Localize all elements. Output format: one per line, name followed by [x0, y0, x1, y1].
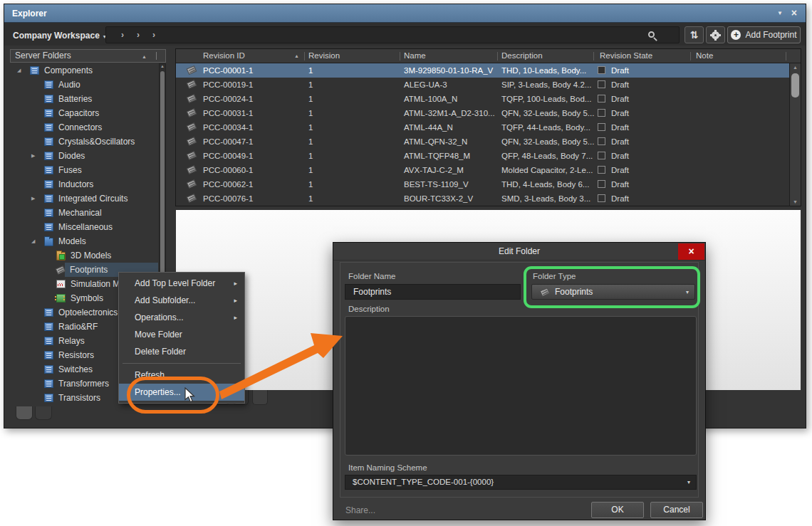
- expander-icon[interactable]: ◢: [17, 68, 27, 73]
- folder-icon: [44, 379, 53, 388]
- table-row[interactable]: PCC-00019-1 1 ALEG-UA-3 SIP, 3-Leads, Bo…: [176, 78, 789, 92]
- table-row[interactable]: PCC-00001-1 1 3M-929850-01-10-RA_V THD, …: [176, 63, 789, 78]
- col-revision-state[interactable]: Revision State: [600, 51, 652, 60]
- table-row[interactable]: PCC-00034-1 1 ATML-44A_N TQFP, 44-Leads,…: [176, 120, 789, 135]
- cancel-button[interactable]: Cancel: [650, 502, 703, 518]
- panel-tab[interactable]: [35, 406, 52, 420]
- table-header[interactable]: Revision ID ▲ Revision Name Description …: [176, 49, 801, 63]
- breadcrumb-item[interactable]: [115, 30, 130, 40]
- tree-item[interactable]: Fuses: [7, 163, 158, 177]
- breadcrumb[interactable]: [105, 26, 680, 43]
- dialog-title: Edit Folder: [333, 243, 705, 261]
- context-menu-item[interactable]: Properties...: [119, 384, 244, 401]
- table-row[interactable]: PCC-00060-1 1 AVX-TAJ-C-2_M Molded Capac…: [176, 163, 789, 177]
- table-row[interactable]: PCC-00031-1 1 ATML-32M1-A_D2-310... QFN,…: [176, 106, 789, 120]
- context-menu-item[interactable]: Delete Folder: [119, 343, 244, 360]
- footprint-icon: [187, 137, 197, 146]
- refresh-sync-button[interactable]: ⇅: [685, 26, 704, 43]
- cell-description: QFN, 32-Leads, Body 5...: [501, 135, 594, 149]
- table-row[interactable]: PCC-00047-1 1 ATML-QFN-32_N QFN, 32-Lead…: [176, 135, 789, 149]
- context-menu-item[interactable]: Refresh: [119, 367, 244, 384]
- add-footprint-button[interactable]: + Add Footprint: [727, 26, 801, 43]
- detail-tab[interactable]: [252, 390, 268, 405]
- folder-icon: [44, 223, 53, 231]
- tree-item[interactable]: Capacitors: [7, 106, 158, 120]
- cell-name: AVX-TAJ-C-2_M: [404, 163, 464, 177]
- context-menu-item[interactable]: Add Top Level Folder ▸: [119, 275, 244, 292]
- table-row[interactable]: PCC-00049-1 1 ATML-TQFP48_M QFP, 48-Lead…: [176, 149, 789, 163]
- state-checkbox[interactable]: [598, 166, 605, 174]
- tree-item-label: Resistors: [58, 350, 94, 360]
- folder-icon: [44, 109, 53, 117]
- col-revision[interactable]: Revision: [308, 51, 340, 60]
- state-checkbox[interactable]: [598, 109, 605, 117]
- settings-button[interactable]: [706, 26, 725, 43]
- tree-item[interactable]: ◢ Components: [7, 63, 158, 78]
- tree-item[interactable]: Connectors: [7, 120, 158, 135]
- scroll-down-icon[interactable]: ▼: [793, 199, 798, 204]
- expander-icon[interactable]: ▶: [31, 153, 41, 159]
- tree-item[interactable]: Miscellaneous: [7, 220, 158, 234]
- naming-scheme-combo[interactable]: $CONTENT_TYPE_CODE-001-{0000} ▾: [345, 475, 697, 490]
- scroll-up-icon[interactable]: ▲: [160, 64, 165, 68]
- context-menu-item[interactable]: [119, 360, 244, 367]
- panel-menu-caret-icon[interactable]: ▼: [777, 4, 783, 23]
- description-textarea[interactable]: [345, 316, 697, 456]
- state-checkbox[interactable]: [598, 80, 605, 88]
- col-note[interactable]: Note: [696, 51, 713, 60]
- folder-type-label: Folder Type: [533, 272, 576, 280]
- scroll-up-icon[interactable]: ▲: [793, 65, 798, 70]
- expander-icon[interactable]: ◢: [31, 238, 41, 244]
- cell-name: BOUR-TC33X-2_V: [404, 191, 473, 206]
- workspace-selector[interactable]: Company Workspace▾: [13, 28, 106, 43]
- breadcrumb-item[interactable]: [146, 30, 162, 40]
- panel-close-icon[interactable]: ×: [791, 4, 797, 22]
- context-menu-item[interactable]: Operations... ▸: [119, 309, 244, 326]
- expander-icon[interactable]: ▶: [31, 196, 41, 201]
- col-name[interactable]: Name: [404, 51, 426, 60]
- state-checkbox[interactable]: [598, 66, 605, 74]
- cell-revision: 1: [308, 163, 313, 177]
- cell-description: SIP, 3-Leads, Body 4.2...: [501, 78, 591, 92]
- cell-revision-id: PCC-00049-1: [203, 149, 253, 163]
- context-menu-item[interactable]: Move Folder: [119, 326, 244, 343]
- tree-item[interactable]: Inductors: [7, 177, 158, 191]
- folder-name-input[interactable]: [345, 284, 521, 300]
- tree-item[interactable]: Batteries: [7, 92, 158, 106]
- tree-item-label: Transistors: [58, 393, 100, 403]
- breadcrumb-item[interactable]: [130, 30, 146, 40]
- table-body: PCC-00001-1 1 3M-929850-01-10-RA_V THD, …: [176, 63, 789, 206]
- search-icon[interactable]: [648, 31, 655, 38]
- table-row[interactable]: PCC-00062-1 1 BEST-TS-1109_V THD, 4-Lead…: [176, 177, 789, 191]
- panel-tab[interactable]: [16, 406, 33, 420]
- tree-item[interactable]: Crystals&Oscillators: [7, 135, 158, 149]
- tree-item[interactable]: Mechanical: [7, 206, 158, 220]
- table-scrollbar[interactable]: ▲ ▼: [789, 63, 801, 206]
- dialog-close-button[interactable]: ×: [678, 243, 704, 260]
- ok-button[interactable]: OK: [591, 502, 644, 518]
- state-checkbox[interactable]: [598, 95, 605, 102]
- tree-item[interactable]: ▶ Integrated Circuits: [7, 191, 158, 206]
- share-link[interactable]: Share...: [345, 505, 375, 515]
- tree-item-label: Mechanical: [58, 208, 102, 218]
- table-row[interactable]: PCC-00076-1 1 BOUR-TC33X-2_V SMD, 3-Lead…: [176, 191, 789, 206]
- folder-type-dropdown[interactable]: Footprints ▾: [531, 284, 695, 300]
- tree-item-label: Components: [44, 65, 93, 75]
- state-checkbox[interactable]: [598, 152, 605, 159]
- cell-revision-id: PCC-00034-1: [203, 120, 253, 135]
- col-description[interactable]: Description: [501, 51, 543, 60]
- state-checkbox[interactable]: [598, 180, 605, 188]
- tree-item[interactable]: ◢ Models: [7, 234, 158, 248]
- cell-revision-id: PCC-00060-1: [203, 163, 253, 177]
- tree-item[interactable]: 3D Models: [7, 248, 158, 263]
- tree-item[interactable]: ▶ Diodes: [7, 149, 158, 163]
- table-row[interactable]: PCC-00024-1 1 ATML-100A_N TQFP, 100-Lead…: [176, 92, 789, 106]
- scrollbar-thumb[interactable]: [791, 73, 799, 98]
- state-checkbox[interactable]: [598, 137, 605, 145]
- server-folders-header[interactable]: Server Folders ▲: [10, 49, 166, 63]
- state-checkbox[interactable]: [598, 194, 605, 202]
- tree-item[interactable]: Audio: [7, 78, 158, 92]
- col-revision-id[interactable]: Revision ID: [203, 51, 245, 60]
- context-menu-item[interactable]: Add Subfolder... ▸: [119, 292, 244, 309]
- state-checkbox[interactable]: [598, 123, 605, 131]
